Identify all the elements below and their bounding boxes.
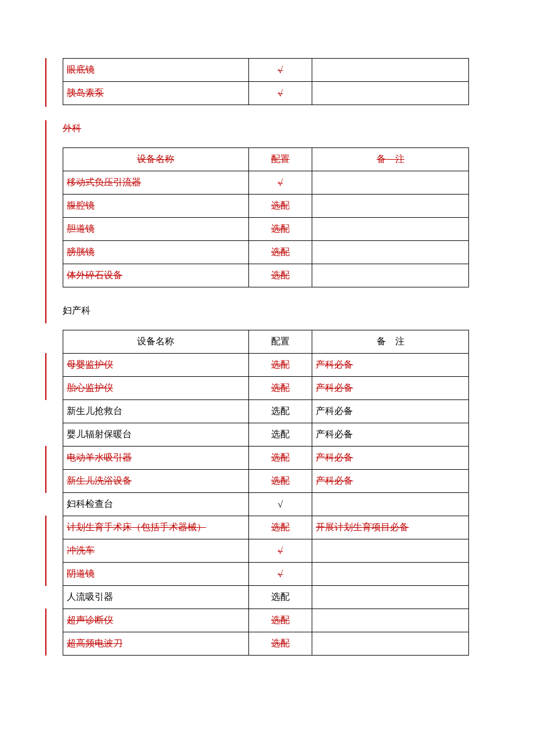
cell-equipment-name: 婴儿辐射保暖台 — [67, 429, 132, 439]
revision-mark — [45, 376, 46, 400]
revision-mark — [45, 446, 46, 470]
cell-equipment-name: 妇科检查台 — [67, 499, 113, 509]
cell-equipment-name: 胎心监护仪 — [67, 383, 113, 393]
table-row: 胰岛素泵√ — [63, 82, 469, 105]
revision-mark — [45, 609, 46, 632]
cell-equipment-name: 新生儿洗浴设备 — [67, 476, 132, 485]
cell-config: 选配 — [271, 638, 290, 648]
cell-note: 产科必备 — [316, 452, 353, 462]
cell-equipment-name: 胰岛素泵 — [67, 88, 104, 98]
table-surgery: 设备名称 配置 备 注 移动式负压引流器√腹腔镜选配胆道镜选配膀胱镜选配体外碎石… — [63, 147, 469, 287]
document-content: 眼底镜√胰岛素泵√ 外科 设备名称 配置 备 注 移动式负压引流器√腹腔镜选配胆… — [63, 58, 469, 656]
table-row: 胆道镜选配 — [63, 218, 469, 241]
header-equipment-name: 设备名称 — [137, 154, 174, 164]
cell-config: √ — [278, 88, 283, 98]
revision-mark — [45, 539, 46, 563]
cell-config: √ — [278, 65, 283, 75]
revision-mark — [45, 353, 46, 377]
cell-equipment-name: 超声诊断仪 — [67, 615, 113, 625]
table-row: 人流吸引器选配 — [63, 586, 469, 609]
cell-config: 选配 — [271, 270, 290, 280]
cell-equipment-name: 电动羊水吸引器 — [67, 452, 132, 462]
cell-config: √ — [278, 546, 283, 556]
table-fragment-top: 眼底镜√胰岛素泵√ — [63, 58, 469, 105]
section-title-surgery: 外科 — [63, 123, 469, 135]
cell-note: 产科必备 — [316, 406, 353, 416]
table-row: 超高频电波刀选配 — [63, 632, 469, 656]
table-row: 移动式负压引流器√ — [63, 171, 469, 195]
cell-config: 选配 — [271, 615, 290, 625]
header-config: 配置 — [271, 154, 290, 164]
cell-config: 选配 — [271, 406, 290, 416]
cell-config: 选配 — [271, 200, 290, 210]
cell-note: 产科必备 — [316, 476, 353, 485]
table-row: 电动羊水吸引器选配产科必备 — [63, 447, 469, 470]
table-row: 计划生育手术床（包括手术器械）选配开展计划生育项目必备 — [63, 516, 469, 539]
revision-mark — [45, 120, 46, 323]
revision-mark — [45, 562, 46, 586]
cell-equipment-name: 腹腔镜 — [67, 200, 95, 210]
cell-equipment-name: 新生儿抢救台 — [67, 406, 122, 416]
cell-config: √ — [278, 499, 283, 509]
revision-mark — [45, 58, 46, 107]
table-row: 新生儿抢救台选配产科必备 — [63, 400, 469, 423]
cell-config: √ — [278, 178, 283, 188]
cell-equipment-name: 母婴监护仪 — [67, 359, 113, 369]
cell-note: 产科必备 — [316, 383, 353, 393]
table-row: 妇科检查台√ — [63, 493, 469, 516]
cell-equipment-name: 体外碎石设备 — [67, 270, 122, 280]
header-note: 备 注 — [377, 336, 405, 346]
header-config: 配置 — [271, 336, 290, 346]
table-header-row: 设备名称 配置 备 注 — [63, 330, 469, 354]
cell-note: 产科必备 — [316, 359, 353, 369]
table-header-row: 设备名称 配置 备 注 — [63, 148, 469, 171]
text: 妇产科 — [63, 305, 91, 315]
cell-equipment-name: 眼底镜 — [67, 64, 95, 74]
table-row: 胎心监护仪选配产科必备 — [63, 377, 469, 400]
cell-config: 选配 — [271, 476, 290, 485]
cell-equipment-name: 人流吸引器 — [67, 592, 113, 602]
cell-equipment-name: 超高频电波刀 — [67, 638, 122, 648]
table-row: 婴儿辐射保暖台选配产科必备 — [63, 423, 469, 447]
table-row: 新生儿洗浴设备选配产科必备 — [63, 470, 469, 493]
cell-equipment-name: 膀胱镜 — [67, 247, 95, 257]
cell-equipment-name: 冲洗车 — [67, 545, 95, 555]
cell-config: √ — [278, 569, 283, 579]
table-row: 膀胱镜选配 — [63, 241, 469, 264]
revision-mark — [45, 469, 46, 493]
section-title-obgyn: 妇产科 — [63, 305, 469, 317]
cell-note: 开展计划生育项目必备 — [316, 522, 409, 532]
table-row: 体外碎石设备选配 — [63, 264, 469, 287]
cell-note: 产科必备 — [316, 429, 353, 439]
table-row: 冲洗车√ — [63, 539, 469, 563]
header-equipment-name: 设备名称 — [137, 336, 174, 346]
table-row: 母婴监护仪选配产科必备 — [63, 354, 469, 377]
cell-config: 选配 — [271, 592, 290, 602]
cell-equipment-name: 胆道镜 — [67, 224, 95, 233]
cell-equipment-name: 移动式负压引流器 — [67, 177, 141, 187]
cell-config: 选配 — [271, 247, 290, 257]
cell-equipment-name: 计划生育手术床（包括手术器械） — [67, 522, 206, 532]
table-row: 超声诊断仪选配 — [63, 609, 469, 632]
cell-config: 选配 — [271, 383, 290, 393]
table-row: 眼底镜√ — [63, 59, 469, 82]
revision-mark — [45, 632, 46, 656]
cell-config: 选配 — [271, 522, 290, 532]
cell-config: 选配 — [271, 224, 290, 233]
cell-equipment-name: 阴道镜 — [67, 568, 95, 578]
cell-config: 选配 — [271, 452, 290, 462]
table-row: 阴道镜√ — [63, 563, 469, 586]
table-obgyn: 设备名称 配置 备 注 母婴监护仪选配产科必备胎心监护仪选配产科必备新生儿抢救台… — [63, 330, 469, 656]
header-note: 备 注 — [377, 154, 405, 164]
table-row: 腹腔镜选配 — [63, 195, 469, 218]
text: 外科 — [63, 123, 81, 133]
cell-config: 选配 — [271, 429, 290, 439]
revision-mark — [45, 516, 46, 539]
cell-config: 选配 — [271, 359, 290, 369]
